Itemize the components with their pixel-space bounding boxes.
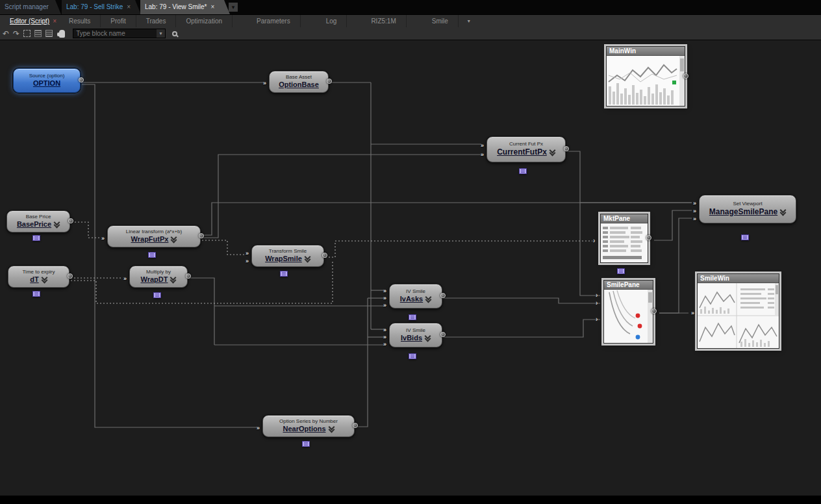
collapse-chevron-icon[interactable] bbox=[54, 221, 60, 227]
node-managesmilepane[interactable]: » » » Set Viewport ManageSmilePane bbox=[699, 195, 796, 223]
output-port[interactable] bbox=[68, 273, 73, 279]
output-port[interactable] bbox=[646, 235, 651, 240]
input-port-icon[interactable]: » bbox=[383, 342, 386, 347]
collapse-chevron-icon[interactable] bbox=[549, 149, 555, 155]
tab-smile[interactable]: Smile bbox=[422, 15, 459, 27]
input-port-icon[interactable]: » bbox=[693, 201, 696, 207]
input-port-icon[interactable]: » bbox=[383, 288, 386, 294]
note-icon[interactable] bbox=[409, 353, 416, 359]
collapse-chevron-icon[interactable] bbox=[170, 276, 176, 283]
note-icon[interactable] bbox=[280, 271, 288, 277]
pane-mktpane[interactable]: MktPane bbox=[600, 214, 648, 263]
select-rect-icon[interactable] bbox=[23, 30, 31, 37]
pane-title[interactable]: MktPane bbox=[601, 214, 648, 223]
collapse-chevron-icon[interactable] bbox=[42, 276, 47, 283]
block-diagram-canvas[interactable]: › › › › Source (option) OPTION » Base As… bbox=[0, 40, 821, 496]
node-ivbids[interactable]: » » » IV Smile IvBids bbox=[389, 323, 442, 347]
collapse-chevron-icon[interactable] bbox=[305, 255, 310, 262]
pane-title[interactable]: SmileWin bbox=[698, 274, 779, 283]
note-icon[interactable] bbox=[519, 168, 527, 174]
input-port-icon[interactable]: » bbox=[246, 251, 249, 257]
note-icon[interactable] bbox=[32, 235, 40, 241]
note-icon[interactable] bbox=[302, 441, 310, 447]
tab-editor-script[interactable]: Editor (Script)× bbox=[0, 15, 59, 27]
input-port-icon[interactable]: » bbox=[481, 143, 484, 149]
tab-trades[interactable]: Trades bbox=[136, 15, 177, 27]
tab-overflow-icon[interactable]: ▾ bbox=[229, 3, 238, 12]
note-icon[interactable] bbox=[617, 268, 625, 274]
node-nearoptions[interactable]: » Option Series by Number NearOptions bbox=[262, 415, 355, 437]
tab-script-manager[interactable]: Script manager bbox=[0, 0, 61, 14]
output-port[interactable] bbox=[322, 253, 327, 258]
input-port-icon[interactable]: » bbox=[693, 208, 696, 214]
collapse-chevron-icon[interactable] bbox=[329, 425, 335, 432]
editor-tab-overflow-icon[interactable]: ▾ bbox=[468, 15, 470, 27]
chevron-down-icon[interactable]: ▾ bbox=[157, 29, 165, 38]
output-port[interactable] bbox=[327, 79, 332, 84]
note-icon[interactable] bbox=[32, 291, 40, 297]
node-wrapsmile[interactable]: » » Transform Smile WrapSmile bbox=[251, 245, 324, 267]
output-port[interactable] bbox=[440, 293, 446, 298]
output-port[interactable] bbox=[68, 218, 73, 223]
node-baseprice[interactable]: Base Price BasePrice bbox=[6, 210, 70, 233]
pane-title[interactable]: MainWin bbox=[607, 47, 685, 56]
input-port-icon[interactable]: » bbox=[101, 236, 105, 242]
node-ivasks[interactable]: » » » IV Smile IvAsks bbox=[389, 284, 442, 309]
tab-profit[interactable]: Profit bbox=[101, 15, 136, 27]
input-port-icon[interactable]: » bbox=[383, 296, 386, 301]
tab-riz5-1m[interactable]: RIZ5:1M bbox=[361, 15, 406, 27]
node-optionbase[interactable]: » Base Asset OptionBase bbox=[269, 71, 329, 93]
tab-results[interactable]: Results bbox=[59, 15, 101, 27]
output-port[interactable] bbox=[683, 73, 688, 79]
snap-grid-icon[interactable] bbox=[34, 30, 42, 37]
input-port-icon[interactable]: » bbox=[383, 303, 386, 309]
pan-hand-icon[interactable] bbox=[59, 30, 65, 38]
collapse-chevron-icon[interactable] bbox=[171, 236, 177, 242]
input-port-icon[interactable]: » bbox=[693, 216, 696, 222]
node-wrapfutpx[interactable]: » Linear transform (a*x+b) WrapFutPx bbox=[107, 225, 201, 247]
note-icon[interactable] bbox=[741, 234, 749, 240]
block-search-input[interactable] bbox=[73, 29, 157, 38]
node-wrapdt[interactable]: » Multiply by WrapDT bbox=[129, 266, 188, 288]
tab-log[interactable]: Log bbox=[316, 15, 347, 27]
pane-mainwin[interactable]: MainWin bbox=[606, 46, 685, 107]
collapse-chevron-icon[interactable] bbox=[780, 208, 786, 215]
output-port[interactable] bbox=[651, 309, 657, 314]
input-port-icon[interactable]: » bbox=[383, 334, 386, 340]
collapse-chevron-icon[interactable] bbox=[425, 334, 431, 341]
pane-smilewin[interactable]: » SmileWin bbox=[697, 273, 779, 349]
output-port[interactable] bbox=[199, 233, 204, 238]
note-icon[interactable] bbox=[148, 252, 156, 258]
pane-title[interactable]: SmilePane bbox=[604, 281, 653, 290]
output-port[interactable] bbox=[186, 273, 191, 279]
undo-icon[interactable]: ↶ bbox=[3, 28, 9, 40]
redo-icon[interactable]: ↷ bbox=[13, 28, 19, 40]
output-port[interactable] bbox=[353, 423, 358, 428]
output-port[interactable] bbox=[440, 332, 446, 337]
pane-smilepane[interactable]: SmilePane bbox=[603, 280, 653, 344]
tab-lab-sell-strike[interactable]: Lab: 79 - Sell Strike× bbox=[62, 0, 141, 14]
input-port-icon[interactable]: » bbox=[263, 81, 266, 86]
input-port-icon[interactable]: » bbox=[257, 425, 260, 431]
tab-lab-view-smile[interactable]: Lab: 79 - View Smile*× bbox=[140, 0, 230, 14]
node-dt[interactable]: Time to expiry dT bbox=[8, 266, 69, 288]
output-port[interactable] bbox=[564, 146, 569, 151]
output-port[interactable] bbox=[79, 77, 84, 82]
note-icon[interactable] bbox=[409, 314, 416, 320]
close-icon[interactable]: × bbox=[53, 15, 57, 27]
close-icon[interactable]: × bbox=[127, 3, 131, 10]
input-port-icon[interactable]: » bbox=[691, 310, 694, 316]
input-port-icon[interactable]: » bbox=[246, 258, 249, 264]
node-option-source[interactable]: Source (option) OPTION bbox=[13, 68, 81, 93]
tab-optimization[interactable]: Optimization bbox=[176, 15, 233, 27]
note-icon[interactable] bbox=[153, 292, 161, 298]
close-icon[interactable]: × bbox=[210, 3, 214, 10]
node-currentfutpx[interactable]: » » Current Fut Px CurrentFutPx bbox=[486, 136, 566, 162]
tab-parameters[interactable]: Parameters bbox=[247, 15, 301, 27]
search-icon[interactable] bbox=[172, 31, 177, 36]
collapse-chevron-icon[interactable] bbox=[425, 296, 431, 302]
align-blocks-icon[interactable] bbox=[45, 30, 53, 37]
input-port-icon[interactable]: » bbox=[123, 276, 127, 282]
input-port-icon[interactable]: » bbox=[383, 327, 386, 333]
input-port-icon[interactable]: » bbox=[481, 152, 484, 158]
